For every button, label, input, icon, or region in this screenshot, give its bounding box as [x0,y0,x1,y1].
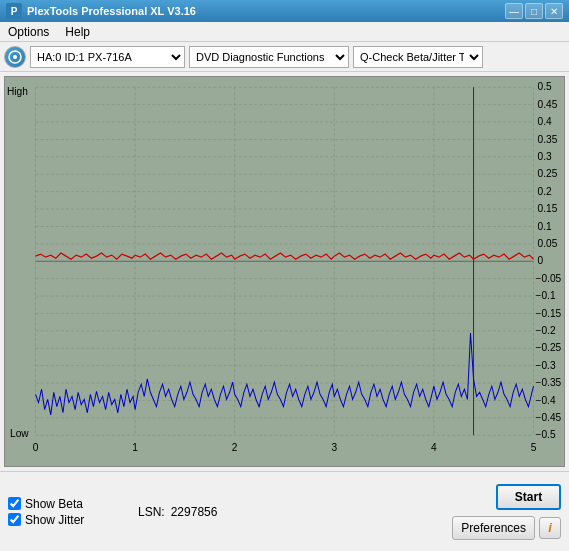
menu-bar: Options Help [0,22,569,42]
svg-rect-3 [35,87,533,445]
svg-text:0.2: 0.2 [538,186,552,197]
svg-text:0.15: 0.15 [538,203,558,214]
lsn-value: 2297856 [171,505,218,519]
menu-options[interactable]: Options [4,23,53,41]
show-beta-row: Show Beta [8,497,118,511]
lsn-area: LSN: 2297856 [138,505,217,519]
svg-text:−0.2: −0.2 [536,325,556,336]
show-beta-label[interactable]: Show Beta [25,497,83,511]
lsn-label: LSN: [138,505,165,519]
title-bar-left: P PlexTools Professional XL V3.16 [6,3,196,19]
svg-text:0: 0 [33,442,39,453]
svg-text:−0.1: −0.1 [536,290,556,301]
show-jitter-checkbox[interactable] [8,513,21,526]
svg-text:−0.15: −0.15 [536,308,562,319]
svg-text:0.1: 0.1 [538,220,552,231]
checkboxes-area: Show Beta Show Jitter [8,497,118,527]
svg-text:3: 3 [331,442,337,453]
menu-help[interactable]: Help [61,23,94,41]
app-title: PlexTools Professional XL V3.16 [27,5,196,17]
toolbar: HA:0 ID:1 PX-716A DVD Diagnostic Functio… [0,42,569,72]
info-icon: i [548,520,552,535]
chart-svg: 0.5 0.45 0.4 0.35 0.3 0.25 0.2 0.15 0.1 … [5,77,564,466]
svg-text:−0.25: −0.25 [536,342,562,353]
svg-point-1 [13,55,17,59]
title-bar-controls: — □ ✕ [505,3,563,19]
svg-text:−0.5: −0.5 [536,429,556,440]
svg-text:0: 0 [538,255,544,266]
svg-text:0.05: 0.05 [538,238,558,249]
show-beta-checkbox[interactable] [8,497,21,510]
start-button[interactable]: Start [496,484,561,510]
preferences-button[interactable]: Preferences [452,516,535,540]
svg-text:−0.45: −0.45 [536,412,562,423]
bottom-bar: Show Beta Show Jitter LSN: 2297856 Start… [0,471,569,551]
svg-text:5: 5 [531,442,537,453]
svg-text:Low: Low [10,428,29,439]
svg-text:−0.3: −0.3 [536,360,556,371]
svg-text:0.35: 0.35 [538,133,558,144]
svg-text:High: High [7,86,28,97]
svg-text:−0.35: −0.35 [536,377,562,388]
svg-text:2: 2 [232,442,238,453]
maximize-button[interactable]: □ [525,3,543,19]
svg-text:1: 1 [132,442,138,453]
svg-text:−0.05: −0.05 [536,273,562,284]
right-controls: Start Preferences i [452,484,561,540]
show-jitter-row: Show Jitter [8,513,118,527]
app-icon: P [6,3,22,19]
test-select[interactable]: Q-Check Beta/Jitter Test [353,46,483,68]
preferences-row: Preferences i [452,516,561,540]
svg-text:4: 4 [431,442,437,453]
drive-select[interactable]: HA:0 ID:1 PX-716A [30,46,185,68]
info-button[interactable]: i [539,517,561,539]
svg-text:0.3: 0.3 [538,151,552,162]
close-button[interactable]: ✕ [545,3,563,19]
chart-container: 0.5 0.45 0.4 0.35 0.3 0.25 0.2 0.15 0.1 … [4,76,565,467]
svg-text:0.45: 0.45 [538,99,558,110]
svg-text:0.4: 0.4 [538,116,552,127]
main-area: 0.5 0.45 0.4 0.35 0.3 0.25 0.2 0.15 0.1 … [0,72,569,551]
show-jitter-label[interactable]: Show Jitter [25,513,84,527]
svg-text:0.25: 0.25 [538,168,558,179]
minimize-button[interactable]: — [505,3,523,19]
function-select[interactable]: DVD Diagnostic Functions [189,46,349,68]
title-bar: P PlexTools Professional XL V3.16 — □ ✕ [0,0,569,22]
svg-text:0.5: 0.5 [538,81,552,92]
drive-icon [4,46,26,68]
svg-text:−0.4: −0.4 [536,395,556,406]
